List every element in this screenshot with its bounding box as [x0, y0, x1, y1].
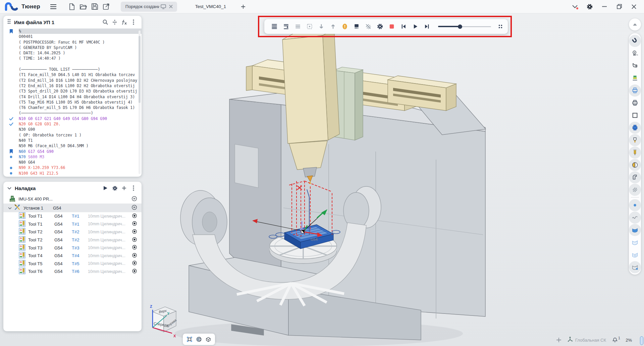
tool-bit-icon[interactable]	[629, 147, 641, 159]
head-outline-blue-icon[interactable]	[629, 84, 641, 97]
circle-equals-icon[interactable]	[131, 195, 138, 203]
iso-view-icon[interactable]	[205, 336, 212, 343]
machine-row[interactable]: IMU-5X 400 PR...	[3, 194, 142, 204]
code-line[interactable]: N90 X-120.259 Y73.66	[3, 165, 142, 170]
workpiece-icon[interactable]	[629, 109, 641, 121]
tab-simulation[interactable]: Порядок создани	[121, 2, 177, 12]
settings-gear-icon[interactable]	[582, 1, 597, 12]
plus-icon[interactable]	[119, 184, 129, 192]
radio-selected-icon[interactable]	[131, 221, 138, 228]
hatch-icon[interactable]	[629, 184, 641, 196]
radio-selected-icon[interactable]	[131, 252, 138, 259]
tool-number[interactable]: T#1	[72, 214, 88, 219]
goto-line-icon[interactable]	[110, 18, 119, 26]
open-folder-icon[interactable]	[78, 2, 89, 12]
settings-gear-icon[interactable]	[377, 23, 383, 30]
code-line[interactable]: (T1 Face_mill_50 D64.5 L40 D1 H1 Obrabot…	[3, 72, 142, 77]
tool-number[interactable]: T#2	[72, 237, 88, 242]
code-line[interactable]: N10 G0 G17 G21 G40 G49 G54 G80 G94 G90	[3, 116, 142, 121]
save-icon[interactable]	[89, 2, 101, 12]
code-line[interactable]: N110 G0 Z6.5	[3, 176, 142, 177]
view-cube[interactable]: Верх Спереди Справа Z X Y	[146, 301, 184, 345]
magnet-icon[interactable]	[629, 35, 641, 47]
code-lines-icon[interactable]	[271, 23, 278, 30]
code-line[interactable]: %	[3, 28, 142, 34]
code-line[interactable]: (─────────── TOOL LIST ───────────)	[3, 67, 142, 72]
tool-number[interactable]: T#1	[72, 222, 88, 227]
stock-icon[interactable]	[629, 72, 641, 84]
spline-icon[interactable]	[629, 212, 641, 224]
warning-icon[interactable]	[341, 23, 348, 30]
code-line[interactable]: (T4 Drill_14 D14 L100 D4 H4 Obrabotka ot…	[3, 94, 142, 100]
surface-outline-icon[interactable]	[629, 236, 641, 248]
goto-line-icon[interactable]	[283, 23, 289, 30]
stop-icon[interactable]	[388, 23, 395, 30]
viewport-scrollbar[interactable]	[640, 336, 643, 345]
code-line[interactable]: N40 T1	[3, 138, 142, 143]
code-line[interactable]	[3, 61, 142, 67]
setup-row-selected[interactable]: Установ 1 G54	[3, 204, 142, 212]
chevron-down-icon[interactable]	[7, 185, 11, 191]
code-line[interactable]: N70 S600 M3	[3, 154, 142, 160]
tool-row[interactable]: G Tool T4 G54 T#4 10mm Цилиндрич...	[3, 252, 142, 260]
add-tab-icon[interactable]	[237, 2, 249, 12]
tool-row[interactable]: G Tool T2 G54 T#2 10mm Цилиндрич...	[3, 228, 142, 236]
close-tab-icon[interactable]	[167, 2, 174, 12]
fit-view-icon[interactable]	[186, 336, 193, 343]
code-line[interactable]: N60 G17 G54 G90	[3, 149, 142, 154]
chevron-down-icon[interactable]	[8, 206, 12, 211]
search-icon[interactable]	[101, 18, 110, 26]
part-section-icon[interactable]	[629, 159, 641, 171]
code-line[interactable]: (T2 End_mill_16 D16 L100 D2 H2 Obrabotka…	[3, 83, 142, 89]
head-outline-icon[interactable]	[629, 97, 641, 109]
probe-icon[interactable]	[629, 47, 641, 59]
code-line[interactable]: (T2 End_mill_16 D16 L100 D2 H2 CHernovay…	[3, 78, 142, 83]
code-line[interactable]: (T6 Chamfer_mill_5 D5 L70 D6 H6 Obrabotk…	[3, 105, 142, 110]
surface-grid-icon[interactable]	[629, 249, 641, 261]
collapse-icon[interactable]	[629, 18, 641, 31]
shaded-view-icon[interactable]	[196, 336, 202, 343]
code-line[interactable]: ( DATE: 14.04.2025 )	[3, 50, 142, 56]
tool-row[interactable]: G Tool T3 G54 T#3 10mm Цилиндрич...	[3, 244, 142, 252]
play-icon[interactable]	[101, 184, 110, 192]
radio-selected-icon[interactable]	[131, 228, 138, 235]
code-line[interactable]: N50 M6 (Face_mill_50 D64.5MM )	[3, 143, 142, 149]
arrow-down-icon[interactable]	[318, 23, 325, 30]
kebab-menu-icon[interactable]	[129, 18, 138, 26]
tool-number[interactable]: T#3	[72, 245, 88, 250]
radio-selected-icon[interactable]	[131, 268, 138, 275]
code-line[interactable]: N100 G43 H1 Z12.5	[3, 171, 142, 176]
radio-selected-icon[interactable]	[131, 244, 138, 251]
play-icon[interactable]	[412, 23, 419, 30]
code-line[interactable]: (──────────────────────────────)	[3, 110, 142, 116]
hamburger-icon[interactable]	[48, 2, 59, 12]
tool-number[interactable]: T#6	[72, 269, 88, 274]
new-file-icon[interactable]	[66, 2, 78, 12]
tab-project[interactable]: Test_VMC40_1	[191, 2, 229, 12]
coordinate-system-item[interactable]: Глобальная СК	[567, 336, 606, 344]
code-line[interactable]: ( GENERATED BY SprutCAM )	[3, 45, 142, 50]
tool-number[interactable]: T#5	[72, 261, 88, 266]
code-line[interactable]: O00401	[3, 34, 142, 39]
point-icon[interactable]	[629, 199, 641, 211]
filter-lines-icon[interactable]	[294, 23, 301, 30]
skip-end-icon[interactable]	[424, 23, 430, 30]
tool-row[interactable]: G Tool T1 G54 T#1 10mm Цилиндрич...	[3, 212, 142, 220]
formula-icon[interactable]	[119, 18, 129, 26]
arrow-up-icon[interactable]	[330, 23, 336, 30]
code-line[interactable]: ( POSTPROCESSOR: Fanuc 0i MF VMC40C )	[3, 40, 142, 45]
control-panel-icon[interactable]	[353, 23, 360, 30]
kebab-menu-icon[interactable]	[129, 184, 138, 192]
circle-equals-icon[interactable]	[131, 204, 138, 212]
surface-filled-icon[interactable]	[629, 224, 641, 236]
plus-icon[interactable]	[556, 337, 561, 343]
code-line[interactable]: (T5 Tap_M16 M16 L100 D5 H5 Obrabotka otv…	[3, 100, 142, 105]
updates-chevron-icon[interactable]	[568, 1, 582, 12]
post-icon[interactable]	[101, 2, 112, 12]
clamp-icon[interactable]	[629, 60, 641, 72]
code-line[interactable]: (T3 Spot_drill_20 D20 L70 D3 H3 Obrabotk…	[3, 89, 142, 94]
gear-icon[interactable]	[110, 184, 119, 192]
code-line[interactable]: N80 G64	[3, 160, 142, 165]
slider-knob[interactable]	[458, 24, 462, 29]
fixture-icon[interactable]	[629, 171, 641, 183]
